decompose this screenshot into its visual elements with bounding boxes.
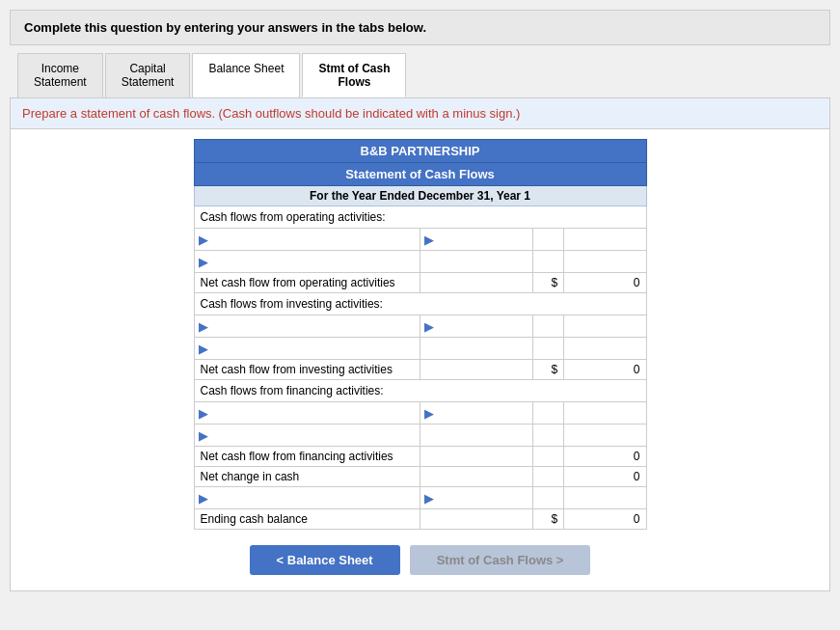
investing-input-row-2: ▶ bbox=[194, 338, 646, 360]
operating-label-row: Cash flows from operating activities: bbox=[194, 206, 646, 229]
tabs-row: IncomeStatement CapitalStatement Balance… bbox=[10, 45, 830, 97]
company-header-row: B&B PARTNERSHIP bbox=[194, 140, 646, 163]
next-button: Stmt of Cash Flows > bbox=[410, 545, 591, 575]
net-change-label: Net change in cash bbox=[194, 467, 420, 487]
marker-5: ▶ bbox=[424, 319, 434, 334]
investing-input-1-label[interactable]: ▶ bbox=[194, 315, 420, 338]
note-prefix: Prepare a statement of cash flows. bbox=[22, 106, 215, 121]
net-change-row: Net change in cash 0 bbox=[194, 467, 646, 487]
operating-input-2-mid[interactable] bbox=[420, 251, 533, 273]
tab-income[interactable]: IncomeStatement bbox=[17, 53, 103, 97]
financing-total-row: Net cash flow from financing activities … bbox=[194, 447, 646, 467]
ending-dollar: $ bbox=[533, 509, 564, 530]
investing-label: Cash flows from investing activities: bbox=[194, 293, 646, 315]
investing-input-2[interactable] bbox=[210, 340, 417, 357]
marker-2: ▶ bbox=[424, 233, 434, 247]
tab-cashflows[interactable]: Stmt of CashFlows bbox=[302, 53, 406, 97]
operating-label: Cash flows from operating activities: bbox=[194, 206, 646, 229]
investing-input-2-label[interactable]: ▶ bbox=[194, 338, 420, 360]
statement-table: B&B PARTNERSHIP Statement of Cash Flows … bbox=[194, 139, 647, 530]
beginning-cash-row: ▶ ▶ bbox=[194, 487, 646, 509]
investing-net-value: 0 bbox=[564, 360, 646, 380]
operating-input-1[interactable] bbox=[210, 231, 417, 248]
net-change-value: 0 bbox=[564, 467, 646, 487]
instruction-text: Complete this question by entering your … bbox=[24, 20, 426, 35]
operating-input-1-label[interactable]: ▶ bbox=[194, 229, 420, 251]
investing-input-row-1: ▶ ▶ bbox=[194, 315, 646, 338]
operating-net-value: 0 bbox=[564, 273, 646, 293]
financing-input-2-mid-field[interactable] bbox=[424, 426, 528, 444]
financing-input-2-mid[interactable] bbox=[420, 425, 533, 447]
investing-input-1[interactable] bbox=[210, 317, 417, 335]
statement-title: Statement of Cash Flows bbox=[194, 163, 646, 186]
financing-net-label: Net cash flow from financing activities bbox=[194, 447, 420, 467]
financing-input-2[interactable] bbox=[210, 426, 417, 444]
marker-9: ▶ bbox=[199, 428, 208, 443]
investing-input-2-mid-field[interactable] bbox=[424, 340, 528, 357]
period-row: For the Year Ended December 31, Year 1 bbox=[194, 186, 646, 206]
marker-11: ▶ bbox=[424, 491, 434, 506]
bottom-nav: < Balance Sheet Stmt of Cash Flows > bbox=[11, 545, 829, 575]
marker-8: ▶ bbox=[424, 406, 434, 421]
statement-title-row: Statement of Cash Flows bbox=[194, 163, 646, 186]
investing-input-1-mid[interactable]: ▶ bbox=[420, 315, 533, 338]
operating-input-row-1: ▶ ▶ bbox=[194, 229, 646, 251]
back-button[interactable]: < Balance Sheet bbox=[250, 545, 400, 575]
marker-7: ▶ bbox=[199, 406, 208, 421]
content-area: Prepare a statement of cash flows. (Cash… bbox=[10, 97, 830, 591]
financing-input-1-mid[interactable]: ▶ bbox=[420, 402, 533, 425]
operating-total-row: Net cash flow from operating activities … bbox=[194, 273, 646, 293]
operating-input-1-mid[interactable]: ▶ bbox=[420, 229, 533, 251]
operating-dollar: $ bbox=[533, 273, 564, 293]
investing-label-row: Cash flows from investing activities: bbox=[194, 293, 646, 315]
operating-input-row-2: ▶ bbox=[194, 251, 646, 273]
financing-input-row-2: ▶ bbox=[194, 425, 646, 447]
investing-input-2-mid[interactable] bbox=[420, 338, 533, 360]
beginning-cash-mid[interactable]: ▶ bbox=[420, 487, 533, 509]
tab-balance-sheet[interactable]: Balance Sheet bbox=[192, 53, 300, 97]
marker-10: ▶ bbox=[199, 491, 208, 506]
beginning-cash-label[interactable]: ▶ bbox=[194, 487, 420, 509]
operating-input-1-mid-field[interactable] bbox=[436, 231, 528, 248]
marker-3: ▶ bbox=[199, 255, 208, 269]
note-highlight: (Cash outflows should be indicated with … bbox=[219, 106, 521, 121]
investing-input-1-mid-field[interactable] bbox=[436, 317, 528, 335]
instruction-note: Prepare a statement of cash flows. (Cash… bbox=[11, 98, 829, 129]
ending-cash-value: 0 bbox=[564, 509, 646, 530]
operating-net-label: Net cash flow from operating activities bbox=[194, 273, 420, 293]
investing-total-row: Net cash flow from investing activities … bbox=[194, 360, 646, 380]
financing-input-1[interactable] bbox=[210, 404, 417, 422]
financing-input-1-mid-field[interactable] bbox=[436, 404, 528, 422]
investing-dollar: $ bbox=[533, 360, 564, 380]
financing-input-row-1: ▶ ▶ bbox=[194, 402, 646, 425]
instruction-bar: Complete this question by entering your … bbox=[10, 10, 830, 45]
financing-input-1-label[interactable]: ▶ bbox=[194, 402, 420, 425]
tab-capital[interactable]: CapitalStatement bbox=[105, 53, 191, 97]
ending-cash-label: Ending cash balance bbox=[194, 509, 420, 530]
marker-6: ▶ bbox=[199, 342, 208, 356]
financing-net-value: 0 bbox=[564, 447, 646, 467]
period: For the Year Ended December 31, Year 1 bbox=[194, 186, 646, 206]
investing-net-label: Net cash flow from investing activities bbox=[194, 360, 420, 380]
operating-input-2-mid-field[interactable] bbox=[424, 253, 528, 270]
operating-input-2-label[interactable]: ▶ bbox=[194, 251, 420, 273]
financing-input-2-label[interactable]: ▶ bbox=[194, 425, 420, 447]
company-name: B&B PARTNERSHIP bbox=[194, 140, 646, 163]
beginning-cash-input[interactable] bbox=[210, 489, 417, 507]
marker-1: ▶ bbox=[199, 233, 208, 247]
marker-4: ▶ bbox=[199, 319, 208, 334]
ending-cash-row: Ending cash balance $ 0 bbox=[194, 509, 646, 530]
financing-label: Cash flows from financing activities: bbox=[194, 380, 646, 402]
operating-input-2[interactable] bbox=[210, 253, 417, 270]
beginning-cash-mid-field[interactable] bbox=[436, 489, 528, 507]
financing-label-row: Cash flows from financing activities: bbox=[194, 380, 646, 402]
